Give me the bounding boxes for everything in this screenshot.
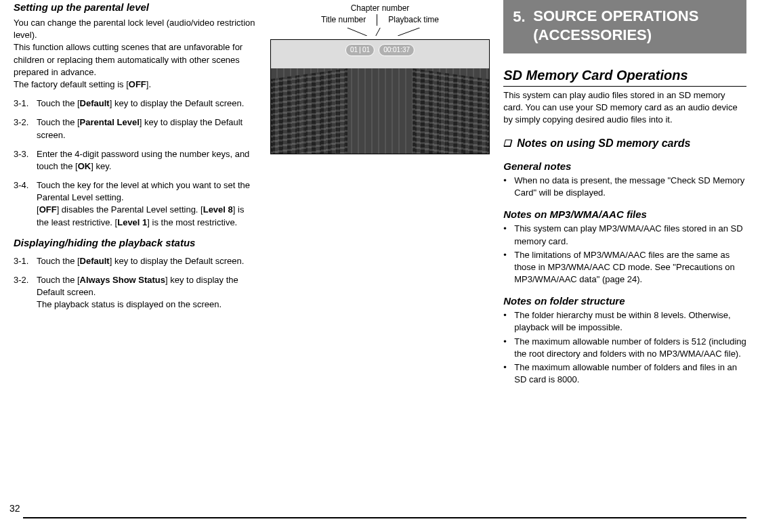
heading-display-status: Displaying/hiding the playback status: [14, 236, 257, 250]
text-fragment: ] disables the Parental Level setting. [: [57, 204, 203, 215]
step-number: 3-3.: [14, 148, 37, 173]
bullet-text: The maximum allowable number of folders …: [514, 336, 746, 360]
step-body: Touch the key for the level at which you…: [37, 179, 257, 229]
bullet-item: • The maximum allowable number of folder…: [503, 336, 746, 360]
svg-line-0: [347, 28, 366, 36]
text-fragment: Touch the [: [37, 256, 80, 266]
page-root: Setting up the parental level You can ch…: [0, 0, 760, 532]
heading-parental-level: Setting up the parental level: [14, 0, 257, 14]
divider: [503, 86, 746, 87]
text-fragment: Touch the [: [37, 98, 80, 108]
section-banner: 5. SOURCE OPERATIONS (ACCESSORIES): [503, 0, 746, 53]
bullet-text: The limitations of MP3/WMA/AAC files are…: [514, 249, 746, 286]
overlay-title-chapter: 01 01: [345, 44, 375, 56]
label-playback-time: Playback time: [388, 14, 439, 26]
text-fragment: ].: [146, 79, 151, 89]
text-fragment: ] key to display the Default screen.: [110, 256, 245, 266]
label-chapter-number: Chapter number: [270, 3, 490, 14]
parental-para2b: The factory default setting is [OFF].: [14, 79, 151, 89]
text-fragment: ] is the most restrictive.: [147, 217, 237, 227]
text-fragment: Touch the key for the level at which you…: [37, 180, 250, 202]
overlay-time: 00:01:37: [379, 44, 415, 56]
bold-fragment: Level 8: [203, 204, 233, 215]
text-fragment: ] key to display the Default screen.: [110, 98, 245, 108]
step-body: Enter the 4-digit password using the num…: [37, 148, 257, 173]
step-3-2: 3-2. Touch the [Parental Level] key to d…: [14, 116, 257, 141]
screenshot-area: Chapter number Title number Playback tim…: [270, 3, 490, 154]
bullet-icon: •: [503, 223, 514, 247]
bold-fragment: Always Show Status: [80, 275, 165, 285]
step-3-3: 3-3. Enter the 4-digit password using th…: [14, 148, 257, 173]
bullet-text: When no data is present, the message "Ch…: [514, 175, 746, 199]
column-middle: Chapter number Title number Playback tim…: [270, 0, 490, 532]
bullet-icon: •: [503, 361, 514, 386]
bullet-item: • The folder hierarchy must be within 8 …: [503, 309, 746, 334]
section-number: 5.: [513, 7, 533, 44]
bullet-icon: •: [503, 175, 514, 199]
square-icon: ❏: [503, 137, 511, 150]
bold-fragment: Level 1: [117, 217, 147, 227]
bullet-icon: •: [503, 336, 514, 360]
text-fragment: ] key.: [91, 161, 111, 171]
bullet-text: The folder hierarchy must be within 8 le…: [514, 309, 746, 334]
dvd-screenshot: 01 01 00:01:37: [270, 39, 490, 154]
bullet-item: • When no data is present, the message "…: [503, 175, 746, 199]
page-number: 32: [9, 502, 20, 516]
sd-intro-para: This system can play audio files stored …: [503, 89, 746, 127]
bold-fragment: Parental Level: [80, 117, 140, 127]
playback-overlay: 01 01 00:01:37: [345, 44, 415, 56]
bullet-item: • This system can play MP3/WMA/AAC files…: [503, 223, 746, 247]
text-fragment: Touch the [: [37, 117, 80, 127]
bullet-item: • The maximum allowable number of folder…: [503, 361, 746, 386]
subhead-text: Notes on using SD memory cards: [517, 137, 690, 149]
step-number: 3-1.: [14, 97, 37, 110]
bottom-rule: [23, 517, 746, 518]
column-left: Setting up the parental level You can ch…: [14, 0, 257, 532]
label-connector-lines: [270, 28, 490, 36]
parental-para1: You can change the parental lock level (…: [14, 18, 255, 40]
text-fragment: Touch the [: [37, 275, 80, 285]
heading-general-notes: General notes: [503, 159, 746, 173]
step-number: 3-4.: [14, 179, 37, 229]
bold-fragment: Default: [80, 256, 110, 266]
step-body: Touch the [Default] key to display the D…: [37, 255, 257, 267]
bullet-icon: •: [503, 249, 514, 286]
step-body: Touch the [Default] key to display the D…: [37, 97, 257, 110]
svg-line-2: [398, 28, 419, 36]
bullet-item: • The limitations of MP3/WMA/AAC files a…: [503, 249, 746, 286]
step-body: Touch the [Always Show Status] key to di…: [37, 274, 257, 311]
heading-mp3-notes: Notes on MP3/WMA/AAC files: [503, 207, 746, 221]
bold-fragment: OFF: [39, 204, 57, 215]
label-title-number: Title number: [321, 14, 366, 26]
section-title: SOURCE OPERATIONS (ACCESSORIES): [533, 7, 738, 44]
text-fragment: The factory default setting is [: [14, 79, 129, 89]
parental-intro: You can change the parental lock level (…: [14, 17, 257, 91]
step-3-1: 3-1. Touch the [Default] key to display …: [14, 97, 257, 110]
heading-folder-notes: Notes on folder structure: [503, 294, 746, 308]
bold-fragment: OK: [78, 161, 91, 171]
svg-line-1: [376, 28, 380, 36]
bullet-text: This system can play MP3/WMA/AAC files s…: [514, 223, 746, 247]
step-body: Touch the [Parental Level] key to displa…: [37, 116, 257, 141]
step2-3-2: 3-2. Touch the [Always Show Status] key …: [14, 274, 257, 311]
bullet-text: The maximum allowable number of folders …: [514, 361, 746, 386]
overlay-chapter-value: 01: [362, 45, 370, 55]
bold-fragment: OFF: [129, 79, 146, 89]
overlay-title-value: 01: [350, 45, 358, 55]
step2-3-1: 3-1. Touch the [Default] key to display …: [14, 255, 257, 267]
column-right: 5. SOURCE OPERATIONS (ACCESSORIES) SD Me…: [503, 0, 746, 532]
text-fragment: The playback status is displayed on the …: [37, 299, 221, 309]
step-number: 3-2.: [14, 116, 37, 141]
heading-sd-operations: SD Memory Card Operations: [503, 66, 746, 85]
bold-fragment: Default: [80, 98, 110, 108]
parental-para2a: This function allows cutting scenes that…: [14, 42, 242, 76]
text-fragment: Enter the 4-digit password using the num…: [37, 149, 249, 171]
step-number: 3-1.: [14, 255, 37, 267]
heading-notes-sd: ❏Notes on using SD memory cards: [503, 136, 746, 151]
step-number: 3-2.: [14, 274, 37, 311]
overlay-time-value: 00:01:37: [383, 45, 410, 55]
bullet-icon: •: [503, 309, 514, 334]
step-3-4: 3-4. Touch the key for the level at whic…: [14, 179, 257, 229]
